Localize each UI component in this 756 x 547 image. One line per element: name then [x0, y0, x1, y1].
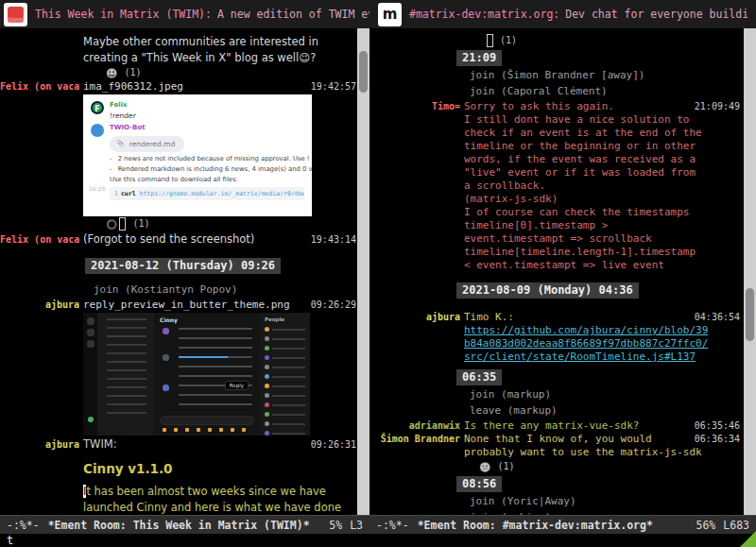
message-row[interactable]: "live" event or if it was loaded from: [369, 166, 756, 179]
message-row[interactable]: ajburareply_preview_in_butter_theme.png0…: [0, 299, 369, 312]
message-row[interactable]: ajburaTimo K.:04:36:54: [369, 311, 756, 324]
message-text: timeline[0].timestamp >: [464, 219, 608, 232]
reaction-emoji-icon[interactable]: ✍: [479, 36, 485, 46]
modeline-percent: 5%: [329, 516, 342, 535]
sender-name[interactable]: Felix (on vaca: [0, 80, 79, 94]
message-text: I of course can check the timestamps: [464, 206, 689, 219]
message-link-line: b84a083d002deaa8f86689f97dbb887c27ffc0/: [369, 337, 756, 350]
date-separator: 2021-08-09 (Monday) 04:36: [369, 282, 756, 299]
message-row[interactable]: Timo=Sorry to ask this again.21:09:49: [369, 100, 756, 113]
bot-note: Use this command to download all files:: [110, 176, 304, 183]
separator-label: 21:09: [456, 50, 502, 66]
event-text: join (Kostiantyn Popov): [94, 283, 237, 297]
message-row[interactable]: Felix (on vacaima_f906312.jpeg19:42:57: [0, 80, 369, 94]
mode-line-matrix-dev: -:%*- *Ement Room: #matrix-dev:matrix.or…: [369, 515, 756, 534]
reaction[interactable]: 😕(1): [369, 460, 756, 473]
room-topic: A new edition of TWIM ev: [217, 8, 369, 21]
sender-name[interactable]: ajbura: [369, 311, 460, 324]
reaction[interactable]: ✍(1): [369, 34, 756, 47]
modeline-percent: 56%: [696, 516, 716, 535]
message-row[interactable]: (matrix-js-sdk): [369, 193, 756, 206]
member-row: [265, 412, 305, 417]
avatar: [163, 328, 169, 334]
membership-event: join (Kostiantyn Popov): [0, 283, 369, 297]
message-row[interactable]: Felix (on vaca(Forgot to send the screen…: [0, 231, 369, 247]
event-text: join (Caporal Clément): [470, 85, 608, 98]
separator-label: 2021-08-12 (Thursday) 09:26: [85, 258, 281, 274]
message-text: It has been almost two weeks since we ha…: [83, 484, 326, 499]
time-separator: 06:35: [369, 369, 756, 385]
sender-name[interactable]: Felix (on vaca: [0, 233, 79, 247]
window-twim-room: This Week in Matrix (TWIM): A new editio…: [0, 0, 369, 534]
message-row[interactable]: It has been almost two weeks since we ha…: [0, 484, 369, 499]
member-row: [265, 393, 305, 398]
message-row[interactable]: words, if the event was received as a: [369, 153, 756, 166]
reaction-emoji-icon[interactable]: ⭕: [106, 219, 117, 230]
message-row[interactable]: creating a "This Week in X" blog as well…: [0, 50, 369, 65]
reaction-emoji-icon[interactable]: 😃: [106, 68, 117, 78]
message-text: "live" event or if it was loaded from: [464, 166, 696, 179]
chat-buffer-twim[interactable]: Maybe other communities are interested i…: [0, 28, 369, 515]
message-text: TWIM:: [83, 436, 117, 452]
message-row[interactable]: Maybe other communities are interested i…: [0, 34, 369, 49]
reaction-count: (1): [132, 217, 149, 231]
sender-name[interactable]: Timo=: [369, 100, 460, 113]
scrollbar[interactable]: [357, 28, 369, 515]
scrollbar-thumb[interactable]: [359, 51, 368, 93]
sender-name[interactable]: ajbura: [0, 299, 79, 312]
cinny-room-list: [97, 313, 154, 436]
message-row[interactable]: Šimon BrandnerNone that I know of, you w…: [369, 433, 756, 446]
message-row[interactable]: timeline[0].timestamp >: [369, 219, 756, 232]
message-row[interactable]: adrianwixIs there any matrix-vue-sdk?06:…: [369, 419, 756, 433]
minibuffer[interactable]: t: [0, 534, 756, 547]
sender-name[interactable]: adrianwix: [369, 419, 460, 433]
embedded-image-row: Cinny Reply People: [0, 313, 369, 436]
sender-name[interactable]: ajbura: [0, 438, 79, 452]
spacer: [369, 272, 756, 280]
link-highlight: [179, 356, 228, 358]
hyperlink[interactable]: src/client/state/RoomTimeline.js#L137: [464, 350, 696, 364]
reaction[interactable]: ⭕(1): [0, 217, 369, 231]
message-text: < event.timestampt => live event: [464, 259, 664, 272]
scrollbar-thumb[interactable]: [746, 288, 754, 341]
scrollbar[interactable]: [744, 28, 756, 515]
message-row[interactable]: a scrollback.: [369, 179, 756, 193]
reaction[interactable]: 😃(1): [0, 66, 369, 79]
time-separator: 08:56: [369, 476, 756, 492]
message-row[interactable]: ajburaTWIM:09:26:31: [0, 436, 369, 452]
message-row[interactable]: check if an event is at the end of the: [369, 127, 756, 140]
embedded-image-cinny-screenshot[interactable]: Cinny Reply People: [83, 313, 310, 436]
message-row[interactable]: timeline or the beginning or in other: [369, 140, 756, 153]
reaction-emoji-icon[interactable]: 😕: [479, 462, 490, 472]
message-text: ima_f906312.jpeg: [83, 80, 183, 94]
membership-event: join (Šimon Brandner [away]): [369, 69, 756, 82]
room-avatar-matrix-icon: m: [378, 3, 402, 26]
cinny-emoji-row: [162, 427, 252, 434]
embedded-image-twio-bot-screenshot[interactable]: F Felix !render TWIO-Bot 📎 rendered.md -…: [83, 94, 312, 216]
message-row[interactable]: timeline[timeline.length-1].timestamp: [369, 246, 756, 259]
member-row: [265, 431, 305, 436]
message-text: I still dont have a nice solution to: [464, 113, 689, 127]
reply-tooltip: Reply: [225, 381, 249, 390]
message-text: creating a "This Week in X" blog as well…: [83, 50, 316, 65]
message-row[interactable]: I still dont have a nice solution to: [369, 113, 756, 127]
cinny-room-title: Cinny: [160, 316, 254, 323]
avatar-felix: F: [91, 101, 104, 114]
hyperlink[interactable]: b84a083d002deaa8f86689f97dbb887c27ffc0/: [464, 337, 708, 350]
message-text: reply_preview_in_butter_theme.png: [83, 299, 290, 312]
message-text: words, if the event was received as a: [464, 153, 696, 166]
message-row[interactable]: I of course can check the timestamps: [369, 206, 756, 219]
avatar-twio-bot: [91, 124, 104, 137]
message-row[interactable]: < event.timestampt => live event: [369, 259, 756, 272]
hyperlink[interactable]: https://github.com/ajbura/cinny/blob/39: [464, 324, 708, 337]
sender-name[interactable]: Šimon Brandner: [369, 433, 460, 446]
event-text: join (markup): [470, 388, 551, 402]
modeline-line-number: L3: [350, 516, 363, 535]
message-text: probably want to use the matrix-js-sdk: [464, 446, 702, 459]
message-row[interactable]: launched Cinny and here is what we have …: [0, 500, 369, 515]
message-row[interactable]: probably want to use the matrix-js-sdk: [369, 446, 756, 459]
message-row[interactable]: event.timestampt => scrollback: [369, 232, 756, 246]
chat-buffer-matrix-dev[interactable]: ✍(1)21:09join (Šimon Brandner [away])joi…: [369, 28, 756, 515]
cinny-server-strip: [83, 313, 97, 436]
room-topic: Dev chat for everyone buildi: [565, 8, 748, 21]
